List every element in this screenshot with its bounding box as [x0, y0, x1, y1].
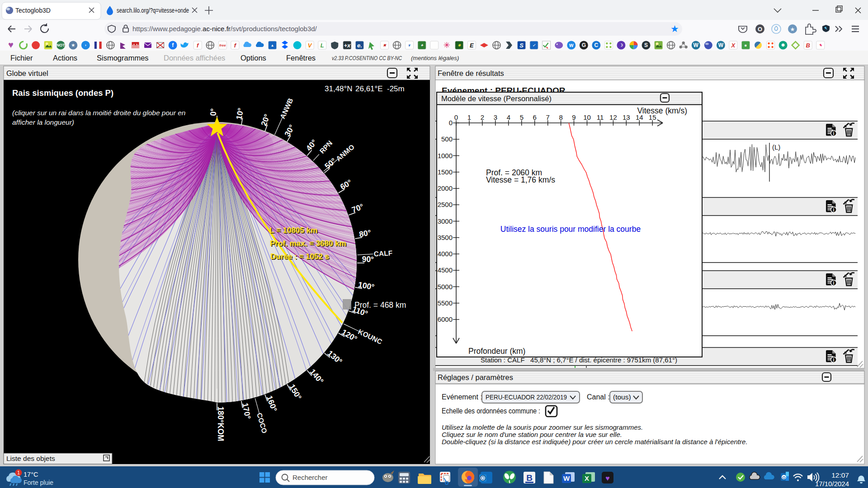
- svg-text:(L): (L): [772, 143, 780, 151]
- svg-text:Vitesse (km/s): Vitesse (km/s): [637, 106, 687, 115]
- svg-text:Utilisez la molette de la sour: Utilisez la molette de la souris pour zo…: [442, 423, 643, 431]
- svg-text:12: 12: [609, 113, 617, 121]
- svg-text:Réglages / paramètres: Réglages / paramètres: [438, 373, 513, 381]
- svg-text:Profondeur (km): Profondeur (km): [468, 347, 525, 356]
- svg-text:⚛: ⚛: [458, 43, 461, 47]
- svg-text:☽: ☽: [619, 43, 623, 47]
- svg-text:90°: 90°: [362, 255, 374, 264]
- svg-text:Fenêtre de résultats: Fenêtre de résultats: [438, 69, 504, 77]
- svg-text:https://www.pedagogie.ac-nice.: https://www.pedagogie.ac-nice.fr/svt/pro…: [132, 25, 317, 33]
- svg-text:w: w: [569, 42, 574, 48]
- svg-text:2: 2: [481, 113, 484, 121]
- svg-text:3500: 3500: [438, 234, 453, 241]
- svg-text:Utilisez la souris pour modifi: Utilisez la souris pour modifier la cour…: [500, 225, 641, 234]
- svg-text:2500: 2500: [438, 201, 453, 208]
- svg-text:S: S: [519, 42, 524, 49]
- svg-text:Modèle de vitesse (Personnalis: Modèle de vitesse (Personnalisé): [441, 94, 552, 103]
- svg-text:W: W: [693, 42, 699, 48]
- svg-text:3000: 3000: [438, 217, 453, 225]
- svg-text:Sismogrammes: Sismogrammes: [97, 54, 149, 62]
- svg-text:Options: Options: [241, 54, 266, 62]
- svg-text:14: 14: [636, 113, 643, 121]
- svg-text:500: 500: [441, 135, 453, 143]
- svg-text:PERU-ECUADOR 22/02/2019: PERU-ECUADOR 22/02/2019: [486, 393, 567, 401]
- svg-text:-25m: -25m: [387, 84, 405, 93]
- svg-text:G: G: [582, 42, 586, 48]
- svg-text:Echelle des ordonnées commune: Echelle des ordonnées commune :: [442, 407, 540, 415]
- svg-text:Tectoglob3D: Tectoglob3D: [15, 7, 51, 14]
- svg-text:Fichier: Fichier: [10, 54, 33, 62]
- svg-text:✳: ✳: [443, 41, 450, 50]
- svg-text:✎: ✎: [819, 43, 822, 47]
- svg-text:17°C: 17°C: [24, 471, 38, 478]
- svg-text:Double-cliquez (si la distance: Double-cliquez (si la distance est indiq…: [442, 438, 748, 446]
- svg-text:v2.33 P.COSENTINO CC BY-NC: v2.33 P.COSENTINO CC BY-NC: [332, 55, 402, 61]
- svg-text:12:07: 12:07: [831, 471, 849, 479]
- svg-text:L = 10805 km: L = 10805 km: [269, 226, 317, 235]
- svg-text:Liste des objets: Liste des objets: [6, 455, 55, 462]
- svg-text:4500: 4500: [438, 266, 453, 274]
- svg-text:4: 4: [507, 113, 510, 121]
- svg-text:0°: 0°: [209, 108, 218, 116]
- svg-text:Prof. max. = 3680 km: Prof. max. = 3680 km: [270, 239, 346, 248]
- svg-text:▲: ▲: [271, 43, 274, 47]
- svg-text:W: W: [718, 42, 724, 48]
- svg-text:free: free: [219, 43, 226, 47]
- svg-text:♥: ♥: [605, 474, 610, 482]
- svg-text:0: 0: [449, 119, 453, 127]
- svg-text:CALF: CALF: [373, 249, 392, 258]
- svg-text:Données affichées: Données affichées: [164, 54, 225, 62]
- svg-text:search.lilo.org/?q=vitesse+ond: search.lilo.org/?q=vitesse+onde: [117, 7, 189, 14]
- svg-text:7: 7: [546, 113, 550, 121]
- svg-text:L: L: [321, 42, 324, 49]
- svg-text:B: B: [806, 42, 810, 49]
- svg-text:1: 1: [467, 113, 471, 121]
- svg-text:♥: ♥: [8, 40, 14, 50]
- svg-text:6: 6: [533, 113, 537, 121]
- svg-text:Forte pluie: Forte pluie: [24, 479, 53, 486]
- svg-text:4000: 4000: [438, 250, 453, 258]
- svg-text:5: 5: [520, 113, 524, 121]
- svg-text:180°KOM: 180°KOM: [216, 406, 225, 441]
- svg-text:O: O: [782, 475, 785, 480]
- svg-text:0: 0: [454, 113, 458, 121]
- svg-text:›: ›: [85, 43, 86, 47]
- svg-text:1500: 1500: [438, 168, 453, 176]
- svg-text:Globe virtuel: Globe virtuel: [6, 69, 48, 77]
- svg-text:31,48°N: 31,48°N: [325, 84, 353, 93]
- svg-text:17/10/2024: 17/10/2024: [815, 480, 849, 488]
- svg-text:Vitesse = 1,76 km/s: Vitesse = 1,76 km/s: [486, 175, 555, 184]
- svg-text:9: 9: [572, 113, 576, 121]
- svg-text:Durée : = 1052 s: Durée : = 1052 s: [270, 252, 329, 261]
- svg-text:Rechercher: Rechercher: [292, 474, 328, 481]
- svg-text:W: W: [563, 474, 570, 482]
- svg-text:■: ■: [745, 43, 747, 47]
- svg-text:Rais sismiques (ondes P): Rais sismiques (ondes P): [12, 88, 113, 98]
- svg-text:Canal :: Canal :: [587, 393, 610, 401]
- svg-text:NOT: NOT: [57, 43, 66, 47]
- svg-text:V: V: [308, 42, 312, 49]
- svg-text:8: 8: [559, 113, 562, 121]
- svg-text:5000: 5000: [438, 283, 453, 291]
- svg-text:e.: e.: [357, 42, 362, 49]
- svg-text:2000: 2000: [438, 184, 453, 192]
- svg-text:Actions: Actions: [53, 54, 77, 62]
- svg-text:O: O: [758, 26, 762, 33]
- svg-text:10: 10: [583, 113, 591, 121]
- svg-text:6000: 6000: [438, 315, 453, 323]
- svg-text:3: 3: [494, 113, 497, 121]
- svg-text:★: ★: [790, 26, 795, 33]
- svg-text:★: ★: [670, 23, 679, 34]
- svg-text:Cliquez sur le nom d'une stati: Cliquez sur le nom d'une station pour ce…: [442, 431, 622, 438]
- svg-text:B: B: [526, 473, 533, 483]
- svg-text:★: ★: [71, 43, 75, 47]
- svg-text:E: E: [470, 42, 474, 49]
- svg-text:(cliquer sur un rai dans la mo: (cliquer sur un rai dans la moitié droit…: [12, 109, 185, 117]
- svg-text:5500: 5500: [438, 299, 453, 307]
- svg-text:✺: ✺: [781, 43, 785, 47]
- svg-text:S: S: [644, 42, 648, 48]
- svg-text:13: 13: [623, 113, 630, 121]
- svg-text:Prof. = 468 km: Prof. = 468 km: [354, 300, 406, 310]
- svg-text:+x: +x: [344, 42, 351, 49]
- svg-text:afficher la longueur): afficher la longueur): [12, 118, 74, 126]
